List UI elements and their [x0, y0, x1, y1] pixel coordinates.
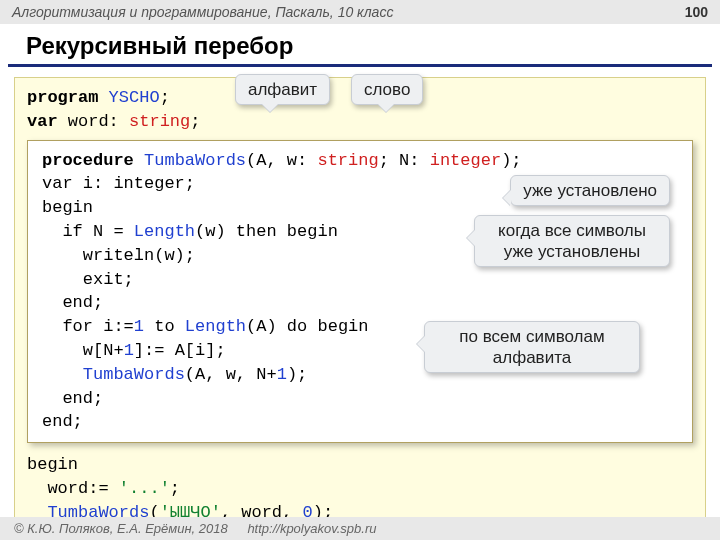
- course-label: Алгоритмизация и программирование, Паска…: [12, 4, 393, 20]
- proc-line-7: end;: [42, 291, 678, 315]
- main-line-2: word:= '...';: [27, 477, 693, 501]
- page-title: Рекурсивный перебор: [8, 24, 712, 67]
- footer-bar: © К.Ю. Поляков, Е.А. Ерёмин, 2018 http:/…: [0, 517, 720, 540]
- callout-over-alphabet: по всем символам алфавита: [424, 321, 640, 374]
- proc-line-6: exit;: [42, 268, 678, 292]
- callout-all-set: когда все символы уже установлены: [474, 215, 670, 268]
- proc-line-12: end;: [42, 410, 678, 434]
- proc-line-11: end;: [42, 387, 678, 411]
- callout-alphabet: алфавит: [235, 74, 330, 105]
- proc-line-1: procedure TumbaWords(A, w: string; N: in…: [42, 149, 678, 173]
- page-number: 100: [685, 4, 708, 20]
- main-line-1: begin: [27, 453, 693, 477]
- callout-already-set: уже установлено: [510, 175, 670, 206]
- footer-copyright: © К.Ю. Поляков, Е.А. Ерёмин, 2018: [14, 521, 228, 536]
- outer-code-block: алфавит слово program YSCHO; var word: s…: [14, 77, 706, 540]
- header-bar: Алгоритмизация и программирование, Паска…: [0, 0, 720, 24]
- footer-url: http://kpolyakov.spb.ru: [247, 521, 376, 536]
- callout-word: слово: [351, 74, 423, 105]
- code-line-2: var word: string;: [27, 110, 693, 134]
- inner-code-block: уже установлено когда все символы уже ус…: [27, 140, 693, 444]
